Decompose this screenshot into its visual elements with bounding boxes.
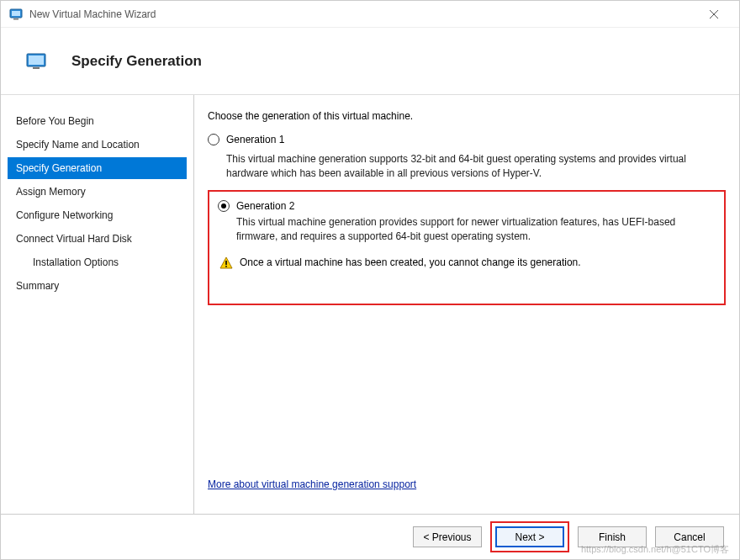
- page-title: Specify Generation: [71, 53, 202, 70]
- step-specify-generation[interactable]: Specify Generation: [8, 157, 187, 179]
- wizard-icon: [26, 53, 46, 70]
- radio-label-gen1: Generation 1: [226, 134, 284, 145]
- warning-text: Once a virtual machine has been created,…: [240, 256, 581, 268]
- gen2-highlight: Generation 2 This virtual machine genera…: [208, 190, 726, 305]
- wizard-body: Before You Begin Specify Name and Locati…: [1, 95, 739, 514]
- radio-generation-2[interactable]: Generation 2: [218, 200, 716, 212]
- close-button[interactable]: [697, 3, 731, 26]
- step-installation-options[interactable]: Installation Options: [8, 251, 187, 273]
- finish-button[interactable]: Finish: [578, 526, 647, 547]
- more-info-link[interactable]: More about virtual machine generation su…: [208, 478, 416, 490]
- step-before-you-begin[interactable]: Before You Begin: [8, 110, 187, 132]
- more-info-link-row: More about virtual machine generation su…: [208, 478, 726, 490]
- step-specify-name-location[interactable]: Specify Name and Location: [8, 134, 187, 156]
- close-icon: [710, 10, 718, 18]
- step-summary[interactable]: Summary: [8, 275, 187, 297]
- next-button-highlight: Next >: [490, 521, 569, 552]
- svg-rect-7: [33, 67, 40, 69]
- wizard-footer: < Previous Next > Finish Cancel: [1, 514, 739, 559]
- wizard-steps-sidebar: Before You Begin Specify Name and Locati…: [1, 95, 194, 514]
- svg-rect-2: [13, 18, 18, 20]
- step-assign-memory[interactable]: Assign Memory: [8, 181, 187, 203]
- wizard-content: Choose the generation of this virtual ma…: [194, 95, 739, 514]
- gen1-description: This virtual machine generation supports…: [226, 152, 726, 182]
- radio-label-gen2: Generation 2: [236, 200, 294, 212]
- svg-rect-9: [225, 261, 227, 265]
- window-title: New Virtual Machine Wizard: [29, 8, 697, 20]
- generation-warning: Once a virtual machine has been created,…: [219, 256, 716, 270]
- step-connect-vhd[interactable]: Connect Virtual Hard Disk: [8, 228, 187, 250]
- previous-button[interactable]: < Previous: [413, 526, 482, 547]
- cancel-button[interactable]: Cancel: [655, 526, 724, 547]
- gen2-description: This virtual machine generation provides…: [236, 215, 716, 245]
- prompt-text: Choose the generation of this virtual ma…: [208, 110, 726, 122]
- header-band: Specify Generation: [1, 28, 739, 95]
- app-icon: [9, 8, 23, 21]
- wizard-window: New Virtual Machine Wizard Specify Gener…: [0, 0, 740, 560]
- radio-icon: [218, 200, 230, 212]
- titlebar: New Virtual Machine Wizard: [1, 1, 739, 28]
- warning-icon: [219, 256, 233, 270]
- radio-icon: [208, 134, 219, 145]
- svg-rect-1: [12, 11, 20, 16]
- svg-rect-10: [225, 266, 227, 267]
- svg-rect-6: [29, 55, 44, 65]
- step-configure-networking[interactable]: Configure Networking: [8, 204, 187, 226]
- next-button[interactable]: Next >: [495, 526, 564, 547]
- radio-generation-1[interactable]: Generation 1: [208, 134, 726, 145]
